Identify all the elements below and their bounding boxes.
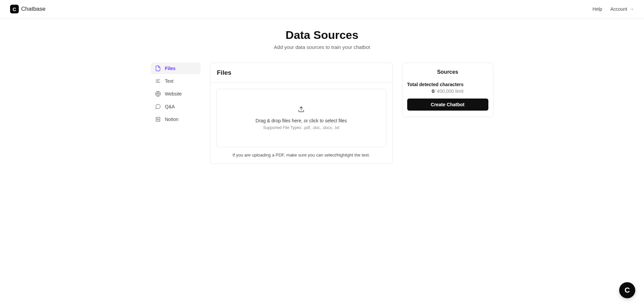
- sidebar-item-qa[interactable]: Q&A: [151, 101, 201, 112]
- logo[interactable]: C Chatbase: [10, 5, 46, 13]
- sidebar-item-label: Notion: [165, 117, 178, 122]
- char-count-value: 0: [432, 88, 434, 94]
- logo-icon: C: [10, 5, 19, 13]
- files-card: Files Drag & drop files here, or click t…: [210, 63, 393, 164]
- help-link[interactable]: Help: [593, 6, 602, 12]
- sidebar-item-label: Text: [165, 78, 174, 84]
- chat-icon: [155, 104, 161, 110]
- notion-icon: [155, 116, 161, 122]
- account-label: Account: [610, 6, 627, 12]
- char-limit: / 400,000 limit: [434, 88, 464, 94]
- sidebar: Files Text Website Q&A Notion: [151, 63, 201, 126]
- sources-title: Sources: [407, 69, 488, 75]
- card-title: Files: [210, 63, 392, 83]
- brand-name: Chatbase: [21, 6, 46, 12]
- sidebar-item-website[interactable]: Website: [151, 88, 201, 100]
- sources-card: Sources Total detected characters 0/ 400…: [402, 63, 493, 117]
- page-title: Data Sources: [67, 28, 577, 42]
- globe-icon: [155, 91, 161, 97]
- file-icon: [155, 65, 161, 71]
- upload-icon: [223, 106, 379, 113]
- dropzone-text: Drag & drop files here, or click to sele…: [223, 118, 379, 123]
- account-link[interactable]: Account →: [610, 6, 634, 12]
- helper-text: If you are uploading a PDF, make sure yo…: [216, 152, 386, 158]
- page-subtitle: Add your data sources to train your chat…: [67, 44, 577, 50]
- sidebar-item-text[interactable]: Text: [151, 75, 201, 87]
- help-label: Help: [593, 6, 602, 12]
- sidebar-item-files[interactable]: Files: [151, 63, 201, 74]
- sidebar-item-label: Files: [165, 66, 176, 71]
- char-count: 0/ 400,000 limit: [407, 88, 488, 94]
- char-label: Total detected characters: [407, 82, 488, 87]
- arrow-right-icon: →: [629, 6, 634, 12]
- sidebar-item-label: Website: [165, 91, 182, 97]
- create-chatbot-button[interactable]: Create Chatbot: [407, 99, 488, 111]
- sidebar-item-label: Q&A: [165, 104, 175, 109]
- dropzone-subtext: Supported File Types: .pdf, .doc, .docx,…: [223, 125, 379, 130]
- sidebar-item-notion[interactable]: Notion: [151, 114, 201, 125]
- text-icon: [155, 78, 161, 84]
- file-dropzone[interactable]: Drag & drop files here, or click to sele…: [216, 89, 386, 147]
